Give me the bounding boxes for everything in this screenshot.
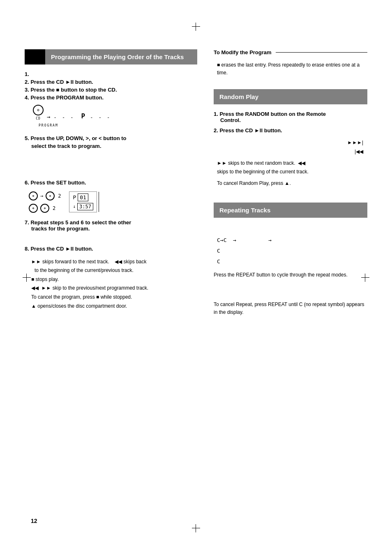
modify-rule [276,52,367,53]
diagram-1: CD → - - - P - - - PROGRAM [33,105,197,129]
modify-section-header: To Modify the Program [214,49,367,55]
step8-detail-2: to the beginning of the current/previous… [35,266,197,275]
step8-detail-4: ◀◀ ►► skip to the previous/next programm… [31,284,197,293]
step8-label: 8. Press the CD ►II button. [25,246,197,252]
step6-block: 6. Press the SET button. [25,180,197,186]
repeat-symbol-row3: C [217,256,367,267]
step5-text: select the track to program. [31,143,197,149]
right-column: To Modify the Program ■ erases the last … [214,49,367,318]
steps-1-4: 1. 2. Press the CD ►II button. 3. Press … [25,71,197,101]
step2: 2. Press the CD ►II button. [25,79,197,85]
step6-label: 6. Press the SET button. [25,180,197,186]
diagram-2: → 2 2 [29,191,197,213]
modify-text: ■ erases the last entry. Press repeatedl… [217,61,367,77]
random-step2: 2. Press the CD ►II button. [214,127,367,134]
repeat-diagram: C→C → → C C [217,235,367,267]
black-accent-block [25,49,45,64]
random-detail-3: ►► skips to the next random track. ◀◀ [217,159,367,168]
repeat-text2: To cancel Repeat, press REPEAT until C (… [214,301,367,316]
step8-detail-1: ►► skips forward to the next track. ◀◀ s… [31,258,197,267]
random-step1: 1. Press the RANDOM button on the Remote… [214,111,367,123]
left-column: Programming the Playing Order of the Tra… [25,49,197,318]
spacer-1 [25,155,197,180]
spacer-3 [214,224,367,233]
step7-block: 7. Repeat steps 5 and 6 to select the ot… [25,219,197,232]
random-detail-1: ►►►| [217,138,367,147]
random-play-header: Random Play [214,89,367,104]
spacer-2 [25,237,197,246]
repeat-text1: Press the REPEAT button to cycle through… [214,271,367,279]
step5-label: 5. Press the UP, DOWN, >, or < button to [25,135,197,141]
step7-text: 7. Repeat steps 5 and 6 to select the ot… [25,219,197,232]
step5-block: 5. Press the UP, DOWN, >, or < button to… [25,135,197,149]
step4: 4. Press the PROGRAM button. [25,94,197,101]
random-detail-4: skips to the beginning of the current tr… [217,168,367,177]
step3: 3. Press the ■ button to stop the CD. [25,87,197,93]
spacer-4 [214,283,367,299]
programming-header-text: Programming the Playing Order of the Tra… [45,49,197,64]
step8-details: ►► skips forward to the next track. ◀◀ s… [31,258,197,311]
spacer-right [214,190,367,203]
random-detail-2: |◀◀ [217,147,367,157]
step8-detail-5: To cancel the program, press ■ while sto… [31,293,197,302]
random-detail-5: To cancel Random Play, press ▲. [217,179,367,188]
step8-block: 8. Press the CD ►II button. [25,246,197,252]
random-details: ►►►| |◀◀ ►► skips to the next random tra… [217,138,367,188]
repeat-symbol-row2: C [217,246,367,256]
repeat-tracks-header: Repeating Tracks [214,203,367,218]
step1: 1. [25,71,197,77]
repeat-symbol-row1: C→C → → [217,235,367,246]
modify-title: To Modify the Program [214,49,272,55]
step8-detail-3: ■ stops play. [31,275,197,284]
programming-section-header: Programming the Playing Order of the Tra… [25,49,197,64]
step8-detail-6: ▲ opens/closes the disc compartment door… [31,302,197,311]
